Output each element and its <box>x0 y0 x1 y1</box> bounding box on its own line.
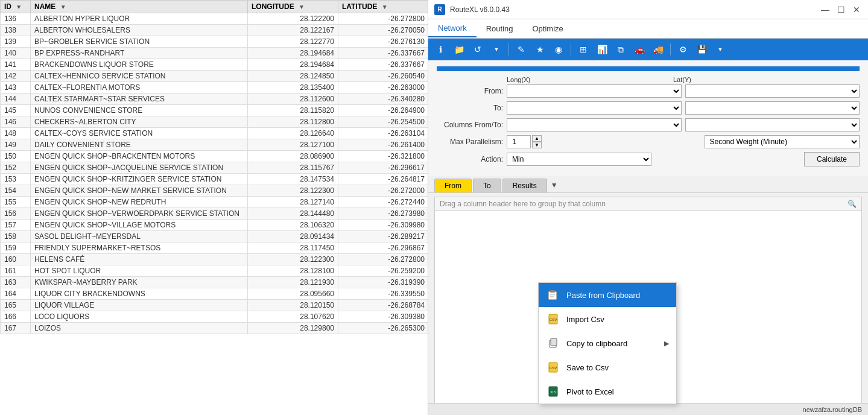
cell-latitude: -26.296617 <box>338 162 428 174</box>
grid-button[interactable]: ⊞ <box>575 41 592 58</box>
ctx-import-csv[interactable]: CSV Import Csv <box>539 307 676 331</box>
table-row[interactable]: 164 LIQUOR CITY BRACKENDOWNS 28.095660 -… <box>1 288 428 300</box>
table-row[interactable]: 149 DAILY CONVENIENT STORE 28.127100 -26… <box>1 139 428 151</box>
layers-button[interactable]: ⧉ <box>612 41 629 58</box>
col-longitude[interactable]: LONGITUDE ▼ <box>248 1 338 13</box>
more-button[interactable]: ▼ <box>712 41 729 58</box>
save-button[interactable]: 💾 <box>693 41 710 58</box>
table-row[interactable]: 143 CALTEX~FLORENTIA MOTORS 28.135400 -2… <box>1 82 428 93</box>
maximize-button[interactable]: ☐ <box>835 4 846 15</box>
copy-clipboard-label: Copy to clipboard <box>566 339 627 348</box>
cell-name: LIQUOR VILLAGE <box>31 300 248 311</box>
cell-latitude: -26.261400 <box>338 139 428 151</box>
cell-name: CALTEX~HENNICO SERVICE STATION <box>31 71 248 82</box>
menu-network[interactable]: Network <box>428 20 477 37</box>
lon-sort-icon[interactable]: ▼ <box>299 4 305 10</box>
col-lon-label: LONGITUDE <box>252 2 294 11</box>
edit-button[interactable]: ✎ <box>513 41 530 58</box>
ctx-paste-clipboard[interactable]: Paste from Clipboard <box>539 283 676 307</box>
info-button[interactable]: ℹ <box>432 41 449 58</box>
from-longx-select[interactable] <box>507 84 682 98</box>
parallelism-up-btn[interactable]: ▲ <box>532 135 542 142</box>
minimize-button[interactable]: — <box>820 4 831 15</box>
table-row[interactable]: 153 ENGEN QUICK SHOP~KRITZINGER SERVICE … <box>1 174 428 185</box>
close-button[interactable]: ✕ <box>851 4 862 15</box>
tab-from[interactable]: From <box>434 179 472 192</box>
parallelism-input[interactable]: 1 <box>507 135 531 148</box>
filter-icon[interactable]: ▼ <box>551 181 558 192</box>
table-row[interactable]: 136 ALBERTON HYPER LIQUOR 28.122200 -26.… <box>1 13 428 25</box>
lat-sort-icon[interactable]: ▼ <box>382 4 388 10</box>
to-laty-select[interactable] <box>685 101 860 115</box>
second-weight-select[interactable]: Second Weight (Minute) <box>705 135 860 148</box>
cell-name: CHECKERS~ALBERTON CITY <box>31 116 248 128</box>
cell-id: 156 <box>1 208 31 220</box>
table-row[interactable]: 156 ENGEN QUICK SHOP~VERWOERDPARK SERVIC… <box>1 208 428 220</box>
star-button[interactable]: ★ <box>531 41 548 58</box>
parallelism-down-btn[interactable]: ▼ <box>532 142 542 148</box>
spreadsheet-scroll[interactable]: ID ▼ NAME ▼ LONGITUDE ▼ LATITUDE ▼ <box>0 0 428 415</box>
table-row[interactable]: 152 ENGEN QUICK SHOP~JACQUELINE SERVICE … <box>1 162 428 174</box>
table-row[interactable]: 160 HELENS CAFÉ 28.122300 -26.272800 <box>1 254 428 265</box>
grid-search-icon[interactable]: 🔍 <box>847 200 857 208</box>
menu-optimize[interactable]: Optimize <box>523 21 573 37</box>
id-sort-icon[interactable]: ▼ <box>16 4 22 10</box>
col-id[interactable]: ID ▼ <box>1 1 31 13</box>
ctx-copy-clipboard[interactable]: Copy to clipboard ▶ <box>539 331 676 355</box>
tab-results[interactable]: Results <box>502 179 547 192</box>
settings-button[interactable]: ⚙ <box>674 41 691 58</box>
chart-button[interactable]: 📊 <box>594 41 610 58</box>
refresh-button[interactable]: ↺ <box>469 41 486 58</box>
cell-id: 167 <box>1 323 31 334</box>
tab-to[interactable]: To <box>473 179 501 192</box>
table-row[interactable]: 141 BRACKENDOWNS LIQUOR STORE 28.194684 … <box>1 59 428 71</box>
table-row[interactable]: 148 CALTEX~COYS SERVICE STATION 28.12664… <box>1 128 428 139</box>
table-row[interactable]: 138 ALBERTON WHOLESALERS 28.122167 -26.2… <box>1 25 428 36</box>
cell-latitude: -26.337667 <box>338 48 428 59</box>
car-button[interactable]: 🚗 <box>631 41 648 58</box>
calculate-button[interactable]: Calculate <box>804 152 860 166</box>
columns-longx-select[interactable] <box>507 118 682 131</box>
table-row[interactable]: 163 KWIKSPAR~MAYBERRY PARK 28.121930 -26… <box>1 277 428 288</box>
cell-latitude: -26.272800 <box>338 13 428 25</box>
table-row[interactable]: 155 ENGEN QUICK SHOP~NEW REDRUTH 28.1271… <box>1 197 428 208</box>
table-row[interactable]: 142 CALTEX~HENNICO SERVICE STATION 28.12… <box>1 71 428 82</box>
cell-id: 155 <box>1 197 31 208</box>
refresh-dropdown-button[interactable]: ▼ <box>488 41 505 58</box>
from-laty-select[interactable] <box>685 84 860 98</box>
action-select[interactable]: Min <box>507 153 651 166</box>
col-latitude[interactable]: LATITUDE ▼ <box>338 1 428 13</box>
columns-laty-select[interactable] <box>685 118 860 131</box>
table-row[interactable]: 157 ENGEN QUICK SHOP~VILLAGE MOTORS 28.1… <box>1 220 428 231</box>
from-label: From: <box>437 87 503 95</box>
table-row[interactable]: 159 FRIENDLY SUPERMARKET~RETSOS 28.11745… <box>1 242 428 254</box>
table-row[interactable]: 161 HOT SPOT LIQUOR 28.128100 -26.259200 <box>1 265 428 277</box>
cell-longitude: 28.128100 <box>248 265 338 277</box>
table-row[interactable]: 144 CALTEX STARMART~STAR SERVICES 28.112… <box>1 93 428 105</box>
table-row[interactable]: 139 BP~GROBLER SERVICE STATION 28.122770… <box>1 36 428 48</box>
to-longx-select[interactable] <box>507 101 682 115</box>
table-row[interactable]: 140 BP EXPRESS~RANDHART 28.194684 -26.33… <box>1 48 428 59</box>
folder-button[interactable]: 📁 <box>451 41 467 58</box>
menu-routing[interactable]: Routing <box>477 21 523 37</box>
parallelism-label: Max Parallelism: <box>437 138 503 146</box>
table-row[interactable]: 167 LOIZOS 28.129800 -26.265300 <box>1 323 428 334</box>
table-row[interactable]: 150 ENGEN QUICK SHOP~BRACKENTEN MOTORS 2… <box>1 151 428 162</box>
table-row[interactable]: 165 LIQUOR VILLAGE 28.120150 -26.268784 <box>1 300 428 311</box>
table-row[interactable]: 145 NUNOS CONVENIENCE STORE 28.115820 -2… <box>1 105 428 116</box>
table-row[interactable]: 158 SASOL DELIGHT~MEYERSDAL 28.091434 -2… <box>1 231 428 242</box>
truck-button[interactable]: 🚚 <box>650 41 667 58</box>
table-row[interactable]: 146 CHECKERS~ALBERTON CITY 28.112800 -26… <box>1 116 428 128</box>
longx-header: Long(X) <box>507 76 670 83</box>
svg-text:XLS: XLS <box>550 390 556 394</box>
content-area: Long(X) Lat(Y) From: To: <box>428 60 868 176</box>
ctx-save-csv[interactable]: CSV Save to Csv <box>539 355 676 379</box>
cell-longitude: 28.127140 <box>248 197 338 208</box>
globe-button[interactable]: ◉ <box>550 41 567 58</box>
cell-id: 166 <box>1 311 31 323</box>
name-sort-icon[interactable]: ▼ <box>60 4 66 10</box>
col-name[interactable]: NAME ▼ <box>31 1 248 13</box>
ctx-pivot-excel[interactable]: XLS Pivot to Excel <box>539 379 676 404</box>
table-row[interactable]: 154 ENGEN QUICK SHOP~NEW MARKET SERVICE … <box>1 185 428 197</box>
table-row[interactable]: 166 LOCO LIQUORS 28.107620 -26.309380 <box>1 311 428 323</box>
